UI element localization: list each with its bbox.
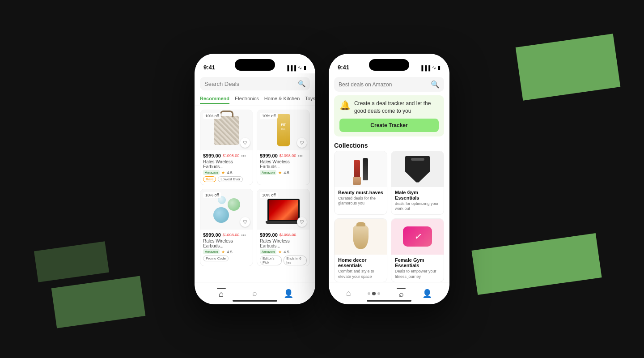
tag-promo: Promo Code: [203, 256, 229, 261]
collection-img-home: [335, 219, 387, 255]
collection-info-female-gym: Female Gym Essentials Deals to empower y…: [391, 255, 444, 282]
collection-img-beauty: [335, 151, 387, 187]
product-card-1[interactable]: ♡ 10% off $999.00 $1098.00 ••• Rales Wir…: [200, 110, 253, 185]
collection-title-female-gym: Female Gym Essentials: [395, 257, 440, 268]
cat-electronics[interactable]: Electronics: [235, 96, 259, 104]
badge-3: 10% off: [203, 192, 221, 198]
collection-desc-beauty: Curated deals for the glamorous you: [338, 196, 383, 206]
profile-icon-2: 👤: [422, 289, 432, 298]
collection-home-decor[interactable]: Home decor essentials Comfort and style …: [334, 218, 387, 282]
badge-2: 10% off: [260, 113, 278, 119]
nav-profile-1[interactable]: 👤: [284, 289, 293, 298]
phone-1-screen: 9:41 ▐▐▐ ∿ ▮ 🔍 Recommend Electronics: [195, 54, 315, 304]
battery-icon-2: ▮: [438, 65, 441, 71]
search-nav-icon-1: ⌕: [252, 289, 257, 298]
phone-1-content: 🔍 Recommend Electronics Home & Kitchen T…: [195, 73, 315, 282]
search-icon-2[interactable]: 🔍: [431, 80, 440, 89]
nav-dot-1: [217, 288, 226, 289]
nav-search-2[interactable]: ⌕: [397, 288, 406, 299]
heart-btn-2[interactable]: ♡: [297, 138, 307, 148]
mascara-icon: [363, 158, 368, 180]
price-orig-2: $1098.00: [280, 153, 297, 158]
price-1: $999.00: [203, 153, 221, 158]
phone-2-screen: 9:41 ▐▐▐ ∿ ▮ 🔍 🔔 Create a deal t: [329, 54, 449, 304]
search-input-1[interactable]: [204, 81, 295, 87]
collection-info-beauty: Beauty must-haves Curated deals for the …: [335, 187, 387, 209]
search-bar-1[interactable]: 🔍: [200, 77, 310, 90]
collection-desc-female-gym: Deals to empower your fitness journey: [395, 269, 440, 279]
create-tracker-button[interactable]: Create Tracker: [339, 119, 439, 132]
nav-home-2[interactable]: ⌂: [346, 289, 351, 298]
bg-accent-top-right: [516, 34, 621, 100]
profile-icon-1: 👤: [284, 289, 293, 298]
signal-icon: ▐▐▐: [286, 65, 296, 71]
search-icon-1[interactable]: 🔍: [298, 80, 305, 87]
phones-container: 9:41 ▐▐▐ ∿ ▮ 🔍 Recommend Electronics: [195, 54, 449, 304]
product-card-2[interactable]: ♡ 10% off $999.00 $1098.00 ••• Rales Wir…: [257, 110, 310, 185]
collection-title-gym: Male Gym Essentials: [395, 190, 440, 200]
vase-icon: [353, 224, 369, 249]
nav-dot-2: [397, 288, 406, 289]
products-grid: ♡ 10% off $999.00 $1098.00 ••• Rales Wir…: [195, 106, 315, 270]
laptop-base: [266, 221, 301, 224]
nav-home-1[interactable]: ⌂: [217, 288, 226, 299]
price-orig-4: $1098.00: [280, 233, 297, 237]
categories-bar[interactable]: Recommend Electronics Home & Kitchen Toy…: [195, 94, 315, 106]
dot-2: [372, 292, 376, 295]
collection-desc-gym: deals for optimizing your work out: [395, 201, 440, 212]
heart-btn-1[interactable]: ♡: [240, 138, 250, 148]
collection-female-gym[interactable]: ✓ Female Gym Essentials Deals to empower…: [391, 218, 444, 282]
nav-search-1[interactable]: ⌕: [252, 289, 257, 298]
product-card-4[interactable]: ♡ 10% off $999.00 $1098.00 Rales Wireles…: [257, 189, 310, 266]
home-icon-2: ⌂: [346, 289, 351, 298]
tag-rare: Rare: [203, 176, 216, 182]
signal-icon-2: ▐▐▐: [420, 65, 430, 71]
price-more-1: •••: [241, 153, 246, 158]
price-2: $999.00: [260, 153, 278, 158]
home-icon-1: ⌂: [219, 290, 224, 299]
home-indicator-2: [367, 300, 411, 302]
cat-home[interactable]: Home & Kitchen: [264, 96, 300, 104]
shorts-icon: [405, 156, 430, 183]
nike-logo: ✓: [414, 232, 421, 242]
product-name-2: Rales Wireless Earbuds...: [260, 159, 307, 169]
product-info-3: $999.00 $1098.00 ••• Rales Wireless Earb…: [200, 230, 253, 264]
store-3: Amazon: [203, 249, 220, 254]
stars-4: ★: [278, 250, 282, 254]
collections-title: Collections: [329, 138, 449, 151]
nav-profile-2[interactable]: 👤: [422, 289, 432, 298]
tracker-text: Create a deal tracker and let the good d…: [354, 100, 439, 115]
cat-toys[interactable]: Toys &: [305, 96, 315, 104]
bell-icon: 🔔: [339, 100, 351, 111]
cream-tube-image: [277, 114, 290, 146]
collection-img-female-gym: ✓: [391, 219, 444, 255]
product-info-4: $999.00 $1098.00 Rales Wireless Earbuds.…: [257, 230, 309, 266]
cat-recommend[interactable]: Recommend: [200, 96, 229, 104]
tag-editors: Editor's Pick: [260, 256, 282, 265]
heart-btn-4[interactable]: ♡: [297, 217, 307, 227]
store-2: Amazon: [260, 170, 276, 175]
rating-4: 4.5: [284, 250, 289, 254]
stars-3: ★: [221, 250, 225, 254]
collection-male-gym[interactable]: Male Gym Essentials deals for optimizing…: [391, 151, 444, 215]
bg-accent-bottom-right: [471, 233, 602, 295]
collection-info-gym: Male Gym Essentials deals for optimizing…: [391, 187, 444, 214]
dot-3: [377, 292, 380, 295]
search-nav-icon-2: ⌕: [399, 290, 404, 299]
dot-1: [368, 292, 370, 295]
collection-beauty[interactable]: Beauty must-haves Curated deals for the …: [334, 151, 387, 215]
rating-1: 4.5: [227, 170, 233, 175]
dynamic-island-2: [369, 59, 409, 71]
product-card-3[interactable]: ♡ 10% off $999.00 $1098.00 ••• Rales Wir…: [200, 189, 253, 266]
bag-handle: [220, 111, 233, 117]
price-more-3: •••: [241, 233, 246, 238]
phone-1: 9:41 ▐▐▐ ∿ ▮ 🔍 Recommend Electronics: [195, 54, 315, 304]
search-input-2[interactable]: [339, 81, 428, 88]
tag-ends: Ends in 6 hrs: [284, 256, 307, 265]
laptop-image: [267, 199, 300, 221]
search-bar-2[interactable]: 🔍: [334, 77, 444, 92]
home-indicator-1: [233, 300, 277, 302]
heart-btn-3[interactable]: ♡: [240, 217, 250, 227]
globe1: [213, 207, 229, 223]
stars-1: ★: [221, 170, 225, 175]
